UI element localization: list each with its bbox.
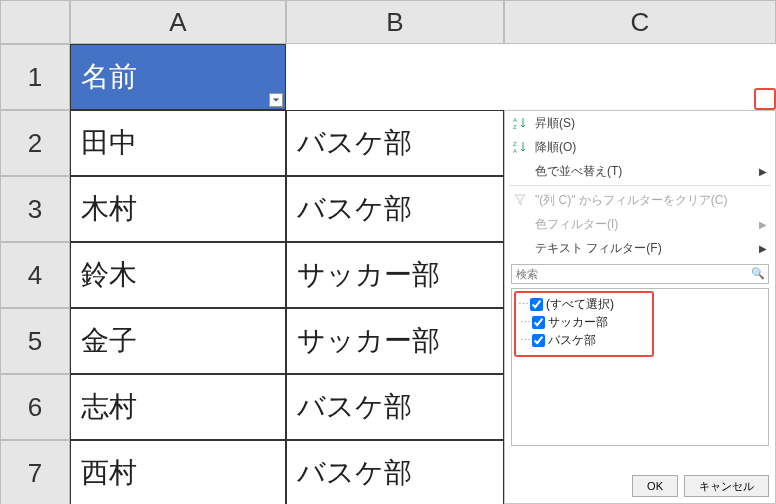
cell-b2[interactable]: バスケ部 bbox=[286, 110, 504, 176]
sort-asc-icon: AZ bbox=[513, 116, 527, 130]
sort-asc-label: 昇順(S) bbox=[535, 115, 575, 132]
header-cell-a[interactable]: 名前 bbox=[70, 44, 286, 110]
filter-check-item-2[interactable] bbox=[532, 334, 545, 347]
submenu-arrow-icon: ▶ bbox=[759, 166, 767, 177]
submenu-arrow-icon: ▶ bbox=[759, 243, 767, 254]
col-header-a[interactable]: A bbox=[70, 0, 286, 44]
sort-desc-label: 降順(O) bbox=[535, 139, 576, 156]
filter-dropdown-menu: AZ 昇順(S) ZA 降順(O) 色で並べ替え(T) ▶ "(列 C)" から… bbox=[504, 110, 776, 504]
row-header-2[interactable]: 2 bbox=[0, 110, 70, 176]
clear-filter-label: "(列 C)" からフィルターをクリア(C) bbox=[535, 192, 728, 209]
filter-search-input[interactable] bbox=[511, 264, 769, 284]
filter-check-all[interactable] bbox=[530, 298, 543, 311]
filter-check-item-1-label: サッカー部 bbox=[548, 314, 608, 331]
ok-button[interactable]: OK bbox=[632, 475, 678, 497]
cell-a4[interactable]: 鈴木 bbox=[70, 242, 286, 308]
header-cell-a-label: 名前 bbox=[81, 58, 137, 96]
row-header-6[interactable]: 6 bbox=[0, 374, 70, 440]
sort-desc-menu-item[interactable]: ZA 降順(O) bbox=[505, 135, 775, 159]
tree-line-icon: ⋯ bbox=[518, 316, 530, 329]
tree-line-icon: ⋯ bbox=[518, 298, 528, 311]
cell-b7[interactable]: バスケ部 bbox=[286, 440, 504, 504]
filter-check-item-row[interactable]: ⋯ バスケ部 bbox=[518, 331, 762, 349]
cell-a5[interactable]: 金子 bbox=[70, 308, 286, 374]
clear-filter-menu-item: "(列 C)" からフィルターをクリア(C) bbox=[505, 188, 775, 212]
cancel-button[interactable]: キャンセル bbox=[684, 475, 769, 497]
cell-a6[interactable]: 志村 bbox=[70, 374, 286, 440]
sort-by-color-menu-item[interactable]: 色で並べ替え(T) ▶ bbox=[505, 159, 775, 183]
row-header-5[interactable]: 5 bbox=[0, 308, 70, 374]
text-filter-label: テキスト フィルター(F) bbox=[535, 240, 662, 257]
col-header-c[interactable]: C bbox=[504, 0, 776, 44]
row-header-3[interactable]: 3 bbox=[0, 176, 70, 242]
cell-a7[interactable]: 西村 bbox=[70, 440, 286, 504]
filter-checkbox-pane: ⋯ (すべて選択) ⋯ サッカー部 ⋯ バスケ部 bbox=[511, 288, 769, 446]
filter-button-a[interactable] bbox=[269, 93, 283, 107]
col-header-b[interactable]: B bbox=[286, 0, 504, 44]
filter-check-item-1[interactable] bbox=[532, 316, 545, 329]
color-filter-label: 色フィルター(I) bbox=[535, 216, 618, 233]
filter-check-item-row[interactable]: ⋯ サッカー部 bbox=[518, 313, 762, 331]
svg-text:Z: Z bbox=[513, 124, 517, 130]
search-icon: 🔍 bbox=[751, 267, 765, 280]
row-header-1[interactable]: 1 bbox=[0, 44, 70, 110]
filter-search-row: 🔍 bbox=[511, 264, 769, 284]
filter-button-row: OK キャンセル bbox=[632, 475, 769, 497]
row-header-4[interactable]: 4 bbox=[0, 242, 70, 308]
sort-asc-menu-item[interactable]: AZ 昇順(S) bbox=[505, 111, 775, 135]
select-all-corner[interactable] bbox=[0, 0, 70, 44]
svg-text:Z: Z bbox=[513, 141, 517, 147]
menu-separator bbox=[509, 185, 771, 186]
cell-b4[interactable]: サッカー部 bbox=[286, 242, 504, 308]
cell-a2[interactable]: 田中 bbox=[70, 110, 286, 176]
cell-b5[interactable]: サッカー部 bbox=[286, 308, 504, 374]
row-header-7[interactable]: 7 bbox=[0, 440, 70, 504]
clear-filter-icon bbox=[513, 193, 527, 207]
filter-check-all-label: (すべて選択) bbox=[546, 296, 614, 313]
svg-text:A: A bbox=[513, 148, 517, 154]
sort-desc-icon: ZA bbox=[513, 140, 527, 154]
filter-check-all-row[interactable]: ⋯ (すべて選択) bbox=[518, 295, 762, 313]
sort-by-color-label: 色で並べ替え(T) bbox=[535, 163, 622, 180]
cell-a3[interactable]: 木村 bbox=[70, 176, 286, 242]
color-filter-menu-item: 色フィルター(I) ▶ bbox=[505, 212, 775, 236]
chevron-down-icon bbox=[272, 96, 280, 104]
cell-b6[interactable]: バスケ部 bbox=[286, 374, 504, 440]
filter-check-item-2-label: バスケ部 bbox=[548, 332, 596, 349]
tree-line-icon: ⋯ bbox=[518, 334, 530, 347]
svg-text:A: A bbox=[513, 117, 517, 123]
cell-b3[interactable]: バスケ部 bbox=[286, 176, 504, 242]
submenu-arrow-icon: ▶ bbox=[759, 219, 767, 230]
text-filter-menu-item[interactable]: テキスト フィルター(F) ▶ bbox=[505, 236, 775, 260]
